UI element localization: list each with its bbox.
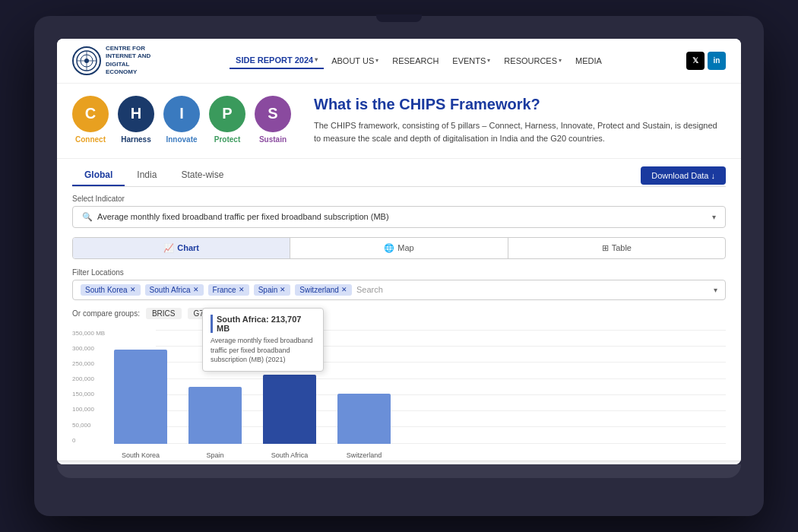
logo: CENTRE FOR INTERNET AND DIGITAL ECONOMY [72, 45, 151, 77]
view-map-button[interactable]: 🌐 Map [290, 238, 508, 258]
filter-tag-spain[interactable]: Spain ✕ [254, 284, 291, 296]
filter-row: Filter Locations South Korea ✕ South Afr… [57, 264, 741, 305]
compare-row: Or compare groups: BRICS G7 G20 [57, 305, 741, 324]
chip-innovate-circle: I [163, 96, 200, 132]
social-links: 𝕏 in [686, 52, 726, 70]
chip-protect-circle: P [209, 96, 245, 132]
chips-title: What is the CHIPS Framework? [314, 96, 726, 113]
indicator-label: Select Indicator [72, 195, 726, 203]
filter-search-placeholder[interactable]: Search [356, 285, 709, 294]
chip-connect-circle: C [72, 96, 109, 132]
view-toggle: 📈 Chart 🌐 Map ⊞ Table [72, 237, 726, 259]
search-icon: 🔍 [82, 212, 93, 222]
x-axis: South Korea Spain South Africa Switzerla… [72, 444, 726, 461]
chevron-down-icon: ▾ [712, 213, 716, 221]
data-tabs-area: Global India State-wise Download Data ↓ [57, 159, 741, 187]
chevron-down-icon: ▾ [487, 57, 490, 64]
filter-tags-row[interactable]: South Korea ✕ South Africa ✕ France ✕ Sp… [72, 280, 726, 300]
view-table-button[interactable]: ⊞ Table [508, 238, 725, 258]
tab-state-wise[interactable]: State-wise [169, 165, 236, 186]
filter-tag-south-africa[interactable]: South Africa ✕ [145, 284, 204, 296]
y-label-150: 150,000 [72, 391, 114, 397]
nav-research[interactable]: RESEARCH [386, 53, 445, 68]
tooltip-title: South Africa: 213,707 MB [211, 315, 315, 333]
y-label-50: 50,000 [72, 422, 114, 429]
chart-icon: 📈 [163, 243, 174, 253]
indicator-select[interactable]: 🔍 Average monthly fixed broadband traffi… [72, 206, 726, 228]
chips-section: C Connect H Harness I Innovate P Protect [57, 84, 741, 159]
remove-south-africa-icon[interactable]: ✕ [193, 286, 199, 293]
chip-protect[interactable]: P Protect [209, 96, 245, 144]
navbar-links: SIDE REPORT 2024 ▾ ABOUT US ▾ RESEARCH E… [230, 52, 608, 69]
timeline-row: 2021 2021 [57, 461, 741, 464]
y-label-200: 200,000 [72, 375, 114, 382]
indicator-row: Select Indicator 🔍 Average monthly fixed… [57, 187, 741, 233]
bar-south-africa-rect[interactable] [263, 375, 316, 444]
twitter-button[interactable]: 𝕏 [686, 52, 705, 70]
x-label-south-africa: South Africa [263, 447, 316, 461]
nav-events[interactable]: EVENTS ▾ [446, 53, 496, 68]
view-chart-button[interactable]: 📈 Chart [73, 238, 290, 258]
tab-row: Global India State-wise Download Data ↓ [72, 159, 726, 187]
y-label-350: 350,000 MB [72, 330, 114, 337]
tab-india[interactable]: India [125, 165, 169, 186]
chip-harness[interactable]: H Harness [118, 96, 154, 144]
chip-innovate[interactable]: I Innovate [163, 96, 200, 144]
filter-tag-switzerland[interactable]: Switzerland ✕ [295, 284, 352, 296]
bar-south-korea-rect[interactable] [114, 350, 167, 444]
map-icon: 🌐 [384, 243, 394, 253]
bars-row: South Africa: 213,707 MB Average monthly… [114, 330, 726, 444]
logo-text: CENTRE FOR INTERNET AND DIGITAL ECONOMY [106, 45, 151, 77]
nav-side-report[interactable]: SIDE REPORT 2024 ▾ [230, 52, 324, 69]
nav-media[interactable]: MEDIA [569, 53, 608, 68]
tooltip-description: Average monthly fixed broadband traffic … [211, 336, 315, 365]
chip-harness-circle: H [118, 96, 154, 132]
chevron-down-icon: ▾ [375, 57, 378, 64]
bar-spain-rect[interactable] [188, 387, 242, 444]
tabs: Global India State-wise [72, 165, 236, 186]
y-label-300: 300,000 [72, 345, 114, 352]
linkedin-button[interactable]: in [708, 52, 726, 70]
indicator-value: Average monthly fixed broadband traffic … [97, 212, 389, 221]
y-label-100: 100,000 [72, 406, 114, 413]
bar-switzerland-rect[interactable] [337, 394, 391, 444]
nav-resources[interactable]: RESOURCES ▾ [498, 53, 568, 68]
nav-about-us[interactable]: ABOUT US ▾ [325, 53, 385, 68]
download-button[interactable]: Download Data ↓ [641, 166, 726, 185]
chevron-down-icon: ▾ [559, 57, 562, 64]
chevron-down-icon: ▾ [714, 286, 717, 294]
logo-circle [72, 46, 101, 75]
chips-desc: The CHIPS framework, consisting of 5 pil… [314, 119, 726, 146]
x-label-switzerland: Switzerland [337, 447, 391, 461]
y-axis: 350,000 MB 300,000 250,000 200,000 150,0… [72, 330, 114, 444]
chips-pillars: C Connect H Harness I Innovate P Protect [72, 96, 291, 146]
y-label-0: 0 [72, 437, 114, 444]
remove-south-korea-icon[interactable]: ✕ [130, 286, 136, 293]
bar-south-korea[interactable] [114, 350, 167, 444]
filter-label: Filter Locations [72, 268, 726, 277]
chip-sustain[interactable]: S Sustain [255, 96, 291, 144]
chip-sustain-circle: S [255, 96, 291, 132]
chip-connect[interactable]: C Connect [72, 96, 109, 144]
filter-tag-france[interactable]: France ✕ [208, 284, 249, 296]
indicator-select-inner: 🔍 Average monthly fixed broadband traffi… [82, 212, 389, 222]
chips-circles: C Connect H Harness I Innovate P Protect [72, 96, 291, 144]
y-label-250: 250,000 [72, 360, 114, 367]
filter-tag-south-korea[interactable]: South Korea ✕ [81, 284, 141, 296]
chevron-down-icon: ▾ [315, 56, 318, 63]
bar-switzerland[interactable] [337, 394, 391, 444]
compare-label: Or compare groups: [72, 309, 140, 318]
bar-spain[interactable] [188, 387, 242, 444]
bars-wrapper: South Africa: 213,707 MB Average monthly… [114, 330, 726, 444]
chips-description: What is the CHIPS Framework? The CHIPS f… [314, 96, 726, 146]
chart-tooltip: South Africa: 213,707 MB Average monthly… [202, 308, 324, 372]
remove-switzerland-icon[interactable]: ✕ [341, 286, 347, 293]
bar-south-africa[interactable]: South Africa: 213,707 MB Average monthly… [263, 375, 316, 444]
x-label-south-korea: South Korea [114, 447, 167, 461]
compare-brics[interactable]: BRICS [146, 308, 182, 319]
remove-spain-icon[interactable]: ✕ [280, 286, 286, 293]
table-icon: ⊞ [602, 243, 609, 253]
tab-global[interactable]: Global [72, 165, 125, 186]
remove-france-icon[interactable]: ✕ [239, 286, 245, 293]
navbar: CENTRE FOR INTERNET AND DIGITAL ECONOMY … [57, 39, 741, 84]
